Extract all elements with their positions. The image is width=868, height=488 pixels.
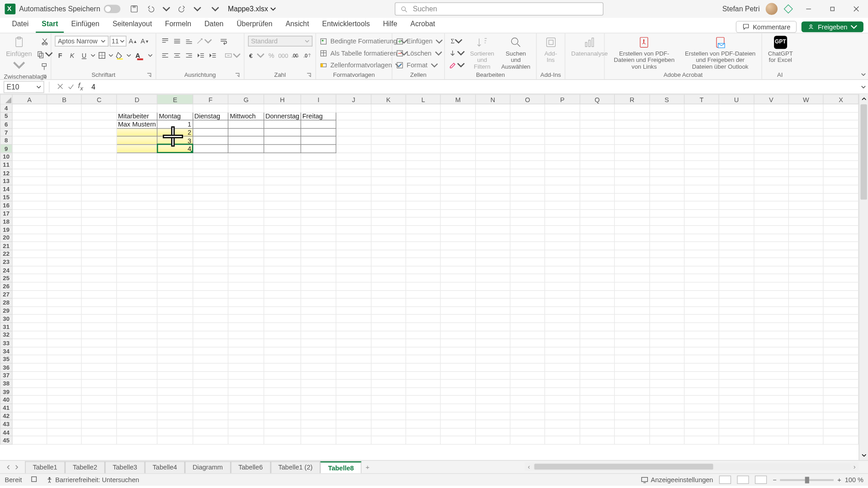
cell[interactable]: [580, 153, 614, 161]
cell[interactable]: [301, 282, 336, 291]
cell[interactable]: [614, 428, 649, 436]
cell[interactable]: [684, 298, 719, 306]
cell[interactable]: [157, 380, 193, 388]
cell[interactable]: [788, 266, 823, 274]
cell[interactable]: [12, 112, 47, 120]
cell[interactable]: [117, 298, 157, 306]
cell[interactable]: [649, 412, 684, 420]
cell[interactable]: [754, 266, 788, 274]
cell[interactable]: [193, 153, 228, 161]
cell[interactable]: [684, 161, 719, 169]
cell[interactable]: [510, 298, 545, 306]
percent-icon[interactable]: %: [266, 50, 277, 61]
cell[interactable]: [264, 258, 301, 266]
cell[interactable]: [117, 209, 157, 217]
cell[interactable]: [117, 371, 157, 380]
cell[interactable]: [754, 347, 788, 355]
cell[interactable]: [684, 201, 719, 209]
cell[interactable]: [545, 209, 580, 217]
cell[interactable]: [510, 145, 545, 153]
cell[interactable]: [719, 331, 754, 339]
cell[interactable]: [193, 120, 228, 128]
cell[interactable]: [82, 371, 117, 380]
column-header[interactable]: G: [228, 94, 264, 104]
cell[interactable]: [823, 161, 858, 169]
row-header[interactable]: 24: [0, 266, 12, 274]
cell[interactable]: [47, 128, 82, 136]
fill-handle[interactable]: [191, 150, 193, 153]
cell[interactable]: 1: [157, 120, 193, 128]
ribbon-tab-seitenlayout[interactable]: Seitenlayout: [107, 17, 158, 33]
cell[interactable]: [47, 242, 82, 250]
cell[interactable]: [754, 420, 788, 428]
cell[interactable]: [264, 339, 301, 347]
cell[interactable]: [336, 128, 371, 136]
cell[interactable]: [406, 396, 440, 404]
cell[interactable]: [440, 298, 475, 306]
cell[interactable]: [823, 209, 858, 217]
cell[interactable]: [545, 136, 580, 145]
cell[interactable]: [371, 274, 406, 282]
cell[interactable]: [823, 314, 858, 323]
cell[interactable]: [614, 388, 649, 396]
cell[interactable]: [264, 266, 301, 274]
cell[interactable]: [193, 169, 228, 177]
cell[interactable]: [47, 169, 82, 177]
cell[interactable]: [510, 136, 545, 145]
cell[interactable]: [475, 161, 510, 169]
diamond-icon[interactable]: [783, 4, 793, 14]
cell[interactable]: [406, 282, 440, 291]
cell[interactable]: [47, 234, 82, 242]
cell[interactable]: [301, 185, 336, 193]
cell[interactable]: [754, 217, 788, 225]
cell[interactable]: [157, 234, 193, 242]
view-normal-icon[interactable]: [719, 476, 731, 484]
cell[interactable]: [336, 355, 371, 363]
cell[interactable]: [754, 225, 788, 234]
cell[interactable]: [301, 217, 336, 225]
cell[interactable]: [580, 436, 614, 444]
cell[interactable]: [475, 120, 510, 128]
cell[interactable]: [301, 193, 336, 201]
cell[interactable]: [301, 314, 336, 323]
cell[interactable]: [117, 266, 157, 274]
cell[interactable]: [510, 225, 545, 234]
cell[interactable]: [336, 266, 371, 274]
cell[interactable]: [228, 331, 264, 339]
cell[interactable]: [719, 169, 754, 177]
cell[interactable]: [580, 388, 614, 396]
cell[interactable]: [510, 380, 545, 388]
cell[interactable]: [788, 306, 823, 314]
cell[interactable]: [719, 128, 754, 136]
redo-icon[interactable]: [177, 4, 188, 14]
cell[interactable]: [47, 363, 82, 371]
cell[interactable]: [545, 169, 580, 177]
cell[interactable]: Montag: [157, 112, 193, 120]
cell[interactable]: [684, 363, 719, 371]
cell[interactable]: [47, 420, 82, 428]
cell[interactable]: [580, 234, 614, 242]
spreadsheet-grid[interactable]: ABCDEFGHIJKLMNOPQRSTUVWX45MitarbeiterMon…: [0, 94, 859, 460]
cell[interactable]: [719, 104, 754, 112]
cell[interactable]: [406, 314, 440, 323]
cell[interactable]: [264, 420, 301, 428]
cell[interactable]: [649, 177, 684, 185]
cell[interactable]: [649, 217, 684, 225]
cell[interactable]: [684, 306, 719, 314]
cell[interactable]: [47, 136, 82, 145]
cell[interactable]: [440, 388, 475, 396]
cell[interactable]: [719, 420, 754, 428]
cell[interactable]: [193, 380, 228, 388]
cell[interactable]: [510, 185, 545, 193]
cell[interactable]: [545, 420, 580, 428]
zoom-slider[interactable]: − + 100 %: [773, 476, 863, 483]
cell[interactable]: [475, 225, 510, 234]
cell[interactable]: [580, 363, 614, 371]
cell[interactable]: [788, 234, 823, 242]
row-header[interactable]: 33: [0, 339, 12, 347]
cell[interactable]: [788, 274, 823, 282]
cell[interactable]: [823, 412, 858, 420]
cell[interactable]: [117, 161, 157, 169]
cell[interactable]: [823, 291, 858, 299]
cell[interactable]: [82, 104, 117, 112]
